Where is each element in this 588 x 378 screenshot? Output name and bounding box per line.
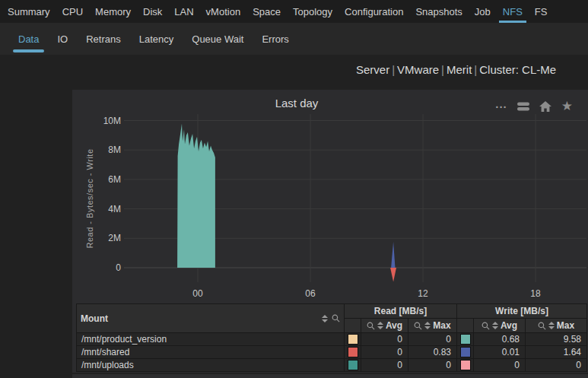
read-swatch-header <box>345 319 361 333</box>
y-tick-label: 8M <box>72 145 121 155</box>
write-avg-value: 0.01 <box>474 346 526 359</box>
next-panel-edge <box>72 374 588 378</box>
write-max-value: 9.58 <box>526 333 587 346</box>
breadcrumb-item-merit[interactable]: Merit <box>447 63 472 76</box>
series-area-mnt-product-version-write <box>177 123 215 268</box>
x-tick-label: 00 <box>185 288 211 299</box>
mount-link[interactable]: /mnt/product_version <box>77 333 345 346</box>
read-max-value: 0 <box>408 359 457 372</box>
primary-tab-vmotion[interactable]: vMotion <box>200 0 247 23</box>
y-axis-label: Read - Bytes/sec - Write <box>83 113 95 284</box>
search-read-avg-icon[interactable] <box>367 322 375 330</box>
breadcrumb: Server|VMware|Merit|Cluster: CL-Me <box>356 63 588 78</box>
breadcrumb-separator: | <box>389 63 397 76</box>
breadcrumb-item-vmware[interactable]: VMware <box>397 63 439 76</box>
x-tick-label: 06 <box>297 288 323 299</box>
breadcrumb-item-server[interactable]: Server <box>356 63 389 76</box>
sub-tab-io[interactable]: IO <box>48 23 77 55</box>
primary-tab-disk[interactable]: Disk <box>137 0 168 23</box>
primary-tab-topology[interactable]: Topology <box>287 0 338 23</box>
secondary-nav: DataIORetransLatencyQueue WaitErrors <box>0 23 588 55</box>
sort-write-max-icon[interactable] <box>548 322 555 329</box>
read-series-swatch <box>348 360 358 370</box>
column-header-read-avg[interactable]: Avg <box>361 319 408 333</box>
sub-tab-data[interactable]: Data <box>9 23 48 55</box>
write-series-swatch-cell <box>457 359 474 372</box>
breadcrumb-item-cluster-cl-me[interactable]: Cluster: CL-Me <box>479 63 556 76</box>
write-avg-value: 0 <box>474 359 526 372</box>
write-max-value: 0 <box>526 359 587 372</box>
sub-tab-queue-wait[interactable]: Queue Wait <box>183 23 253 55</box>
breadcrumb-separator: | <box>439 63 447 76</box>
y-tick-label: 6M <box>72 174 121 185</box>
sort-read-max-icon[interactable] <box>424 322 431 329</box>
read-series-swatch <box>348 347 358 357</box>
read-series-swatch <box>348 334 358 345</box>
search-write-avg-icon[interactable] <box>482 322 490 330</box>
series-area-mnt-shared-write <box>391 242 395 268</box>
table-row-mnt-shared[interactable]: /mnt/shared00.830.011.64 <box>77 346 587 359</box>
column-header-mount[interactable]: Mount <box>77 304 345 333</box>
mount-link[interactable]: /mnt/uploads <box>77 359 345 372</box>
write-swatch-header <box>457 319 474 333</box>
search-mount-icon[interactable] <box>332 314 340 322</box>
mount-link[interactable]: /mnt/shared <box>77 346 345 359</box>
mount-header-label: Mount <box>81 313 108 324</box>
read-series-swatch-cell <box>345 333 361 346</box>
y-tick-label: 2M <box>72 233 121 243</box>
column-header-read-max[interactable]: Max <box>408 319 457 333</box>
y-tick-label: 0 <box>72 262 121 273</box>
write-series-swatch <box>460 360 471 370</box>
mount-table: Mount Read [MB/s] Write [MB/s] <box>76 303 587 372</box>
read-avg-value: 0 <box>361 359 408 372</box>
table-row-mnt-product-version[interactable]: /mnt/product_version000.689.58 <box>77 333 587 346</box>
x-tick-label: 18 <box>523 288 548 299</box>
table-row-mnt-uploads[interactable]: /mnt/uploads0000 <box>77 359 587 372</box>
primary-tab-memory[interactable]: Memory <box>89 0 137 23</box>
read-avg-value: 0 <box>361 333 408 346</box>
primary-tab-lan[interactable]: LAN <box>168 0 199 23</box>
write-series-swatch-cell <box>457 333 474 346</box>
write-max-value: 1.64 <box>526 346 587 359</box>
column-header-write-max[interactable]: Max <box>526 319 587 333</box>
search-read-max-icon[interactable] <box>414 322 422 330</box>
read-max-value: 0.83 <box>408 346 457 359</box>
y-tick-label: 10M <box>72 116 121 126</box>
chart-panel: Last day ... ★ Read - Bytes/sec - Write … <box>72 90 588 373</box>
primary-tab-cpu[interactable]: CPU <box>56 0 89 23</box>
read-series-swatch-cell <box>345 359 361 372</box>
sub-tab-retrans[interactable]: Retrans <box>77 23 130 55</box>
primary-tab-job[interactable]: Job <box>469 0 497 23</box>
read-avg-value: 0 <box>361 346 408 359</box>
write-avg-value: 0.68 <box>474 333 526 346</box>
column-group-read: Read [MB/s] <box>345 304 457 319</box>
read-max-value: 0 <box>408 333 457 346</box>
column-header-write-avg[interactable]: Avg <box>474 319 526 333</box>
primary-tab-space[interactable]: Space <box>246 0 287 23</box>
series-area-mnt-shared-read <box>390 268 396 281</box>
sub-tab-latency[interactable]: Latency <box>130 23 183 55</box>
write-series-swatch <box>460 347 471 357</box>
sub-tab-errors[interactable]: Errors <box>253 23 297 55</box>
sort-write-avg-icon[interactable] <box>492 322 498 329</box>
x-tick-label: 12 <box>410 288 436 299</box>
breadcrumb-separator: | <box>472 63 479 76</box>
column-group-write: Write [MB/s] <box>457 304 587 319</box>
write-series-swatch <box>460 334 471 345</box>
sort-mount-icon[interactable] <box>322 315 328 322</box>
primary-nav: SummaryCPUMemoryDiskLANvMotionSpaceTopol… <box>0 0 588 23</box>
primary-tab-nfs[interactable]: NFS <box>497 0 529 23</box>
write-series-swatch-cell <box>457 346 474 359</box>
search-write-max-icon[interactable] <box>538 322 546 330</box>
primary-tab-snapshots[interactable]: Snapshots <box>409 0 468 23</box>
y-tick-label: 4M <box>72 204 121 214</box>
sort-read-avg-icon[interactable] <box>377 322 383 329</box>
primary-tab-configuration[interactable]: Configuration <box>338 0 409 23</box>
mount-table-body: /mnt/product_version000.689.58/mnt/share… <box>77 333 587 372</box>
read-series-swatch-cell <box>345 346 361 359</box>
primary-tab-fs[interactable]: FS <box>529 0 554 23</box>
primary-tab-summary[interactable]: Summary <box>2 0 56 23</box>
